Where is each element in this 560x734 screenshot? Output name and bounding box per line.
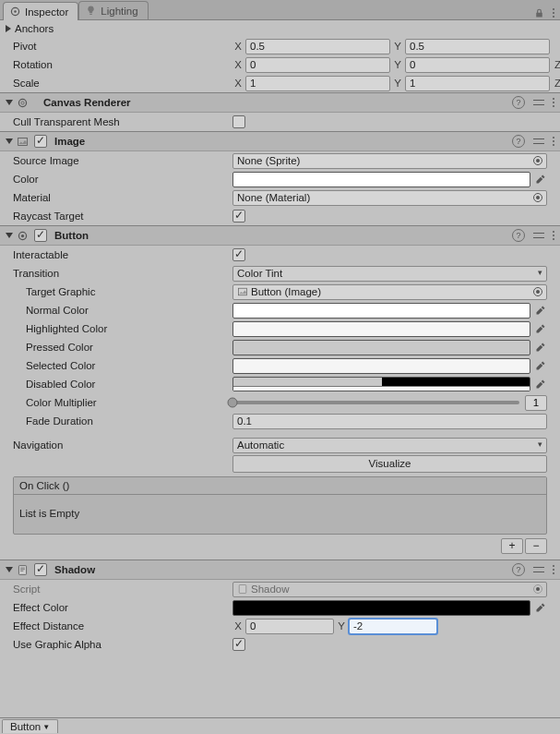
shadow-header[interactable]: Shadow ? <box>0 560 560 580</box>
shadow-script-value: Shadow <box>251 584 290 595</box>
onclick-body: List is Empty <box>14 495 546 534</box>
x-label[interactable]: X <box>232 41 244 52</box>
shadow-script-row: Script Shadow <box>0 580 560 598</box>
svg-point-3 <box>21 101 24 103</box>
visualize-button[interactable]: Visualize <box>232 455 547 473</box>
rotation-y-input[interactable] <box>405 57 550 73</box>
y-label[interactable]: Y <box>392 78 403 89</box>
target-graphic-label: Target Graphic <box>26 286 232 297</box>
presets-icon[interactable] <box>532 96 545 109</box>
material-preview-tab[interactable]: Button ▼ <box>2 719 58 733</box>
onclick-add-button[interactable]: + <box>501 538 523 554</box>
tab-inspector[interactable]: Inspector <box>3 2 78 20</box>
scale-y-input[interactable] <box>405 76 550 91</box>
pivot-y-input[interactable] <box>405 39 550 54</box>
y-label[interactable]: Y <box>392 41 403 52</box>
color-multiplier-slider[interactable] <box>232 401 519 404</box>
pressed-color-label: Pressed Color <box>26 342 232 353</box>
fade-duration-input[interactable] <box>232 414 547 429</box>
anchors-label: Anchors <box>15 23 54 34</box>
selected-color-field[interactable] <box>232 358 530 374</box>
rotation-label: Rotation <box>13 59 232 70</box>
chevron-down-icon: ▼ <box>42 723 50 731</box>
object-picker-icon[interactable] <box>533 193 542 202</box>
presets-icon[interactable] <box>532 229 545 242</box>
image-icon <box>17 136 29 148</box>
svg-point-1 <box>14 10 16 12</box>
image-enable-checkbox[interactable] <box>34 135 47 148</box>
use-graphic-alpha-checkbox[interactable] <box>232 638 245 651</box>
canvas-renderer-header[interactable]: Canvas Renderer ? <box>0 92 560 113</box>
tab-lighting[interactable]: Lighting <box>78 1 148 19</box>
presets-icon[interactable] <box>532 135 545 148</box>
normal-color-row: Normal Color <box>0 301 560 319</box>
effect-color-field[interactable] <box>232 600 530 616</box>
material-row: Material None (Material) <box>0 188 560 207</box>
foldout-icon <box>6 233 13 238</box>
help-icon[interactable]: ? <box>512 229 525 242</box>
eyedropper-icon[interactable] <box>534 359 547 372</box>
scale-x-input[interactable] <box>245 76 390 91</box>
object-picker-icon[interactable] <box>533 156 542 165</box>
z-label[interactable]: Z <box>552 78 560 89</box>
effect-distance-y-input[interactable] <box>349 619 437 634</box>
onclick-remove-button[interactable]: − <box>525 538 547 554</box>
source-image-field[interactable]: None (Sprite) <box>232 153 547 169</box>
button-enable-checkbox[interactable] <box>34 229 47 242</box>
shadow-script-field: Shadow <box>232 582 547 597</box>
eyedropper-icon[interactable] <box>534 378 547 391</box>
target-graphic-field[interactable]: Button (Image) <box>232 284 547 300</box>
help-icon[interactable]: ? <box>512 96 525 109</box>
rotation-row: Rotation X Y Z <box>0 55 560 74</box>
button-header[interactable]: Button ? <box>0 225 560 246</box>
lock-icon[interactable] <box>533 7 545 19</box>
help-icon[interactable]: ? <box>512 563 525 576</box>
slider-thumb[interactable] <box>228 398 238 408</box>
cull-transparent-checkbox[interactable] <box>232 115 245 128</box>
material-field[interactable]: None (Material) <box>232 190 547 206</box>
eyedropper-icon[interactable] <box>534 322 547 335</box>
z-label[interactable]: Z <box>552 59 560 70</box>
pivot-x-input[interactable] <box>245 39 390 54</box>
image-color-field[interactable] <box>232 172 530 187</box>
cull-transparent-row: Cull Transparent Mesh <box>0 113 560 131</box>
footer-material-label: Button <box>10 721 41 732</box>
raycast-checkbox[interactable] <box>232 210 245 223</box>
color-multiplier-label: Color Multiplier <box>26 397 232 408</box>
eyedropper-icon[interactable] <box>534 601 547 614</box>
pressed-color-field[interactable] <box>232 340 530 355</box>
x-label[interactable]: X <box>232 59 244 70</box>
kebab-icon[interactable] <box>553 6 554 19</box>
help-icon[interactable]: ? <box>512 135 525 148</box>
kebab-icon[interactable] <box>553 563 554 576</box>
object-picker-icon[interactable] <box>533 287 542 296</box>
kebab-icon[interactable] <box>553 135 554 148</box>
normal-color-field[interactable] <box>232 303 530 319</box>
navigation-dropdown[interactable]: Automatic <box>232 438 547 453</box>
effect-color-row: Effect Color <box>0 598 560 617</box>
rotation-x-input[interactable] <box>245 57 390 73</box>
y-label[interactable]: Y <box>336 620 347 632</box>
kebab-icon[interactable] <box>553 229 554 242</box>
anchors-row[interactable]: Anchors <box>0 20 560 37</box>
interactable-checkbox[interactable] <box>232 248 245 261</box>
eyedropper-icon[interactable] <box>534 173 547 186</box>
image-header[interactable]: Image ? <box>0 131 560 151</box>
disabled-color-field[interactable] <box>232 377 530 391</box>
color-multiplier-value[interactable] <box>525 395 547 411</box>
svg-rect-8 <box>18 565 26 574</box>
eyedropper-icon[interactable] <box>534 341 547 354</box>
effect-distance-x-input[interactable] <box>245 619 334 634</box>
x-label[interactable]: X <box>232 620 244 632</box>
transition-dropdown[interactable]: Color Tint <box>232 266 547 282</box>
y-label[interactable]: Y <box>392 59 403 70</box>
onclick-event-box: On Click () List is Empty <box>13 476 547 535</box>
eyedropper-icon[interactable] <box>534 304 547 317</box>
shadow-title: Shadow <box>54 564 95 575</box>
presets-icon[interactable] <box>532 563 545 576</box>
shadow-enable-checkbox[interactable] <box>34 563 47 576</box>
kebab-icon[interactable] <box>553 96 554 109</box>
highlighted-color-field[interactable] <box>232 321 530 337</box>
highlighted-color-label: Highlighted Color <box>26 323 232 334</box>
x-label[interactable]: X <box>232 78 244 89</box>
